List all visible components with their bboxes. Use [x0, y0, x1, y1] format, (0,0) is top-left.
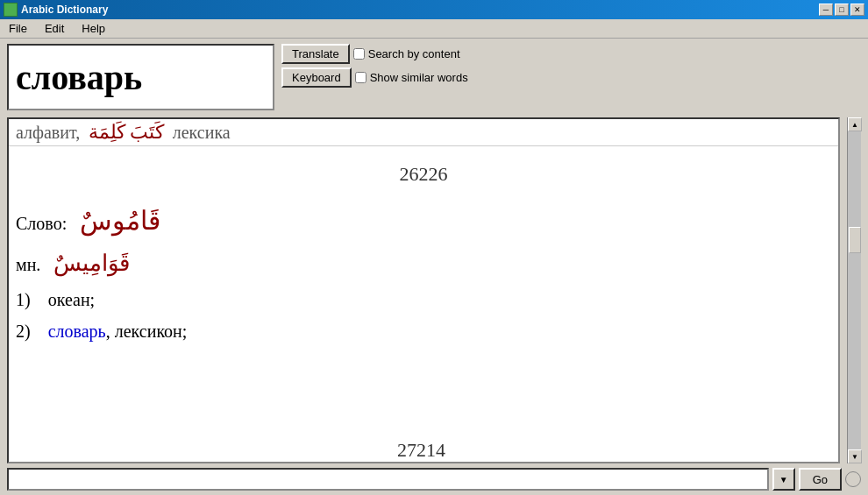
word-arabic: قَامُوسٌ — [80, 206, 160, 235]
show-similar-words-label: Show similar words — [370, 71, 468, 84]
show-similar-words-checkbox-row: Show similar words — [355, 71, 468, 84]
right-controls: Translate Search by content Keyboard Sho… — [281, 44, 468, 112]
controls-area: словарь Translate Search by content Keyb… — [0, 39, 868, 117]
word-line: Слово: قَامُوسٌ — [16, 198, 831, 244]
plural-line: мн. قَوَامِيسٌ — [16, 244, 831, 284]
window-controls: ─ □ ✕ — [819, 4, 864, 16]
title-text: Arabic Dictionary — [21, 4, 108, 16]
title-bar: Arabic Dictionary ─ □ ✕ — [0, 0, 868, 19]
search-by-content-checkbox-row: Search by content — [353, 47, 460, 60]
status-indicator — [845, 471, 861, 487]
def1-number: 1) — [16, 290, 31, 309]
menu-bar: File Edit Help — [0, 19, 868, 39]
buttons-row2: Keyboard Show similar words — [281, 67, 468, 88]
show-similar-words-checkbox[interactable] — [355, 72, 366, 83]
menu-edit[interactable]: Edit — [39, 20, 69, 37]
translate-button[interactable]: Translate — [281, 44, 350, 64]
definition-1: 1) океан; — [16, 284, 831, 315]
search-by-content-checkbox[interactable] — [353, 48, 365, 60]
content-text: 26226 Слово: قَامُوسٌ мн. قَوَامِيسٌ 1) — [9, 146, 838, 350]
maximize-button[interactable]: □ — [835, 4, 849, 16]
buttons-row: Translate Search by content — [281, 44, 468, 64]
number-line-2-partial: 27214 — [16, 435, 445, 462]
navigation-input[interactable] — [7, 468, 769, 491]
bottom-bar: ▼ Go — [0, 463, 868, 495]
def2-text: , лексикон; — [106, 322, 188, 341]
number-line-1: 26226 — [16, 150, 831, 198]
header-text-suffix: лексика — [168, 123, 231, 142]
word-label: Слово: — [16, 214, 67, 233]
plural-label: мн. — [16, 255, 40, 274]
minimize-button[interactable]: ─ — [819, 4, 833, 16]
plural-arabic: قَوَامِيسٌ — [53, 251, 130, 276]
menu-help[interactable]: Help — [76, 20, 110, 37]
go-button[interactable]: Go — [799, 468, 842, 491]
header-line: алфавит, كَتَبَ كَلِمَة лексика — [16, 119, 831, 145]
scroll-thumb[interactable] — [849, 227, 861, 253]
header-text-prefix: алфавит, — [16, 123, 84, 142]
scroll-up-button[interactable]: ▲ — [848, 117, 862, 131]
content-area: алфавит, كَتَبَ كَلِمَة лексика 26226 Сл… — [7, 117, 840, 463]
main-window: словарь Translate Search by content Keyb… — [0, 39, 868, 495]
content-wrapper: алфавит, كَتَبَ كَلِمَة лексика 26226 Сл… — [0, 117, 868, 463]
scroll-down-button[interactable]: ▼ — [848, 449, 862, 463]
definition-2: 2) словарь, лексикон; — [16, 315, 831, 347]
search-input[interactable]: словарь — [7, 44, 274, 110]
def1-text: океан; — [48, 290, 95, 309]
def2-number: 2) — [16, 322, 31, 341]
def2-link[interactable]: словарь — [48, 322, 106, 341]
scroll-track[interactable] — [848, 131, 861, 449]
keyboard-button[interactable]: Keyboard — [281, 67, 352, 88]
dropdown-button[interactable]: ▼ — [772, 468, 795, 491]
app-icon — [4, 3, 18, 17]
search-by-content-label: Search by content — [368, 47, 460, 60]
header-arabic: كَتَبَ كَلِمَة — [89, 121, 165, 143]
menu-file[interactable]: File — [4, 20, 32, 37]
cut-off-line: 27214 — [9, 435, 838, 462]
close-button[interactable]: ✕ — [850, 4, 864, 16]
title-bar-left: Arabic Dictionary — [4, 3, 108, 17]
scrollbar: ▲ ▼ — [847, 117, 861, 463]
